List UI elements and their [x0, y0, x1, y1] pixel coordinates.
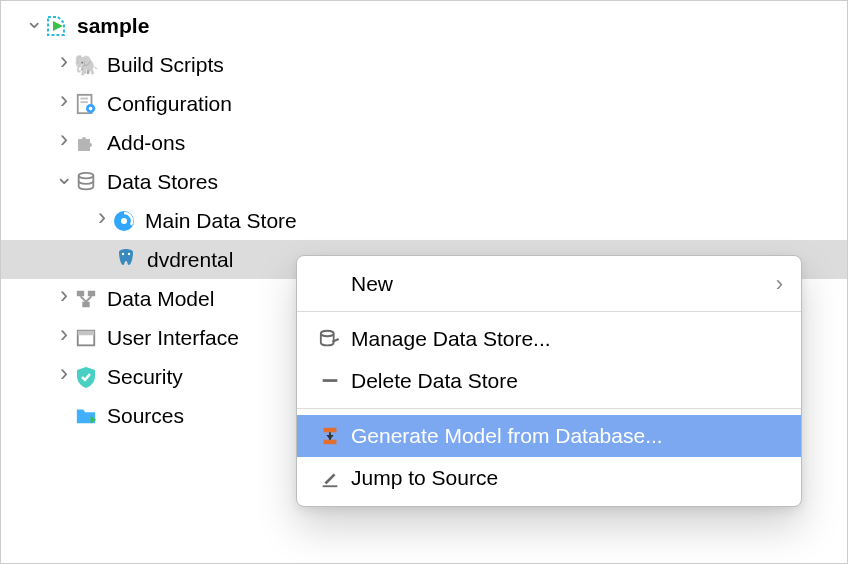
- chevron-right-icon[interactable]: [55, 290, 73, 307]
- menu-label: Delete Data Store: [351, 369, 783, 393]
- tree-item-label: Security: [107, 365, 183, 389]
- svg-rect-23: [324, 440, 337, 445]
- postgresql-icon: [113, 247, 139, 273]
- svg-rect-13: [88, 290, 95, 296]
- chevron-right-icon[interactable]: [55, 368, 73, 385]
- separator: [297, 408, 801, 409]
- svg-marker-25: [326, 435, 333, 440]
- module-run-icon: [43, 13, 69, 39]
- tree-item-label: User Interface: [107, 326, 239, 350]
- chevron-down-icon[interactable]: [25, 18, 43, 34]
- tree-item-label: Sources: [107, 404, 184, 428]
- puzzle-icon: [73, 130, 99, 156]
- menu-item-jump-to-source[interactable]: Jump to Source: [297, 457, 801, 499]
- menu-item-delete-data-store[interactable]: Delete Data Store: [297, 360, 801, 402]
- menu-item-generate-model[interactable]: Generate Model from Database...: [297, 415, 801, 457]
- svg-marker-1: [53, 21, 63, 31]
- tree-item-label: Add-ons: [107, 131, 185, 155]
- manage-datastore-icon: [315, 327, 345, 351]
- menu-item-manage-data-store[interactable]: Manage Data Store...: [297, 318, 801, 360]
- tree-item-addons[interactable]: Add-ons: [1, 123, 847, 162]
- blank-icon: [315, 272, 345, 296]
- svg-point-7: [79, 172, 94, 178]
- menu-label: New: [351, 272, 776, 296]
- tree-item-label: Build Scripts: [107, 53, 224, 77]
- svg-line-15: [81, 296, 87, 302]
- chevron-right-icon[interactable]: [55, 95, 73, 112]
- svg-rect-14: [82, 301, 89, 307]
- svg-rect-18: [78, 330, 95, 335]
- tree-item-label: Data Stores: [107, 170, 218, 194]
- menu-item-new[interactable]: New ›: [297, 263, 801, 305]
- tree-item-main-data-store[interactable]: Main Data Store: [1, 201, 847, 240]
- svg-point-11: [128, 252, 130, 254]
- svg-point-20: [321, 331, 334, 337]
- svg-line-16: [86, 296, 92, 302]
- menu-label: Generate Model from Database...: [351, 424, 783, 448]
- svg-point-10: [122, 252, 124, 254]
- svg-rect-21: [323, 379, 338, 382]
- gradle-icon: [73, 52, 99, 78]
- window-icon: [73, 325, 99, 351]
- data-model-icon: [73, 286, 99, 312]
- svg-rect-12: [77, 290, 84, 296]
- database-icon: [73, 169, 99, 195]
- tree-item-configuration[interactable]: Configuration: [1, 84, 847, 123]
- shield-icon: [73, 364, 99, 390]
- tree-item-label: Configuration: [107, 92, 232, 116]
- tree-item-data-stores[interactable]: Data Stores: [1, 162, 847, 201]
- tree-item-label: sample: [77, 14, 149, 38]
- chevron-right-icon[interactable]: [55, 134, 73, 151]
- tree-item-label: Main Data Store: [145, 209, 297, 233]
- chevron-down-icon[interactable]: [55, 174, 73, 190]
- generate-model-icon: [315, 424, 345, 448]
- context-menu: New › Manage Data Store... Delete Data S…: [296, 255, 802, 507]
- tree-item-build-scripts[interactable]: Build Scripts: [1, 45, 847, 84]
- separator: [297, 311, 801, 312]
- config-gear-icon: [73, 91, 99, 117]
- tree-item-label: Data Model: [107, 287, 214, 311]
- menu-label: Manage Data Store...: [351, 327, 783, 351]
- chevron-right-icon[interactable]: [93, 212, 111, 229]
- menu-label: Jump to Source: [351, 466, 783, 490]
- folder-sources-icon: [73, 403, 99, 429]
- chevron-right-icon[interactable]: [55, 56, 73, 73]
- delete-icon: [315, 369, 345, 393]
- datastore-main-icon: [111, 208, 137, 234]
- svg-point-6: [89, 106, 93, 110]
- svg-rect-22: [324, 428, 337, 433]
- chevron-right-icon: ›: [776, 271, 783, 297]
- tree-item-sample[interactable]: sample: [1, 6, 847, 45]
- tree-item-label: dvdrental: [147, 248, 233, 272]
- chevron-right-icon[interactable]: [55, 329, 73, 346]
- edit-icon: [315, 466, 345, 490]
- svg-point-9: [121, 218, 127, 224]
